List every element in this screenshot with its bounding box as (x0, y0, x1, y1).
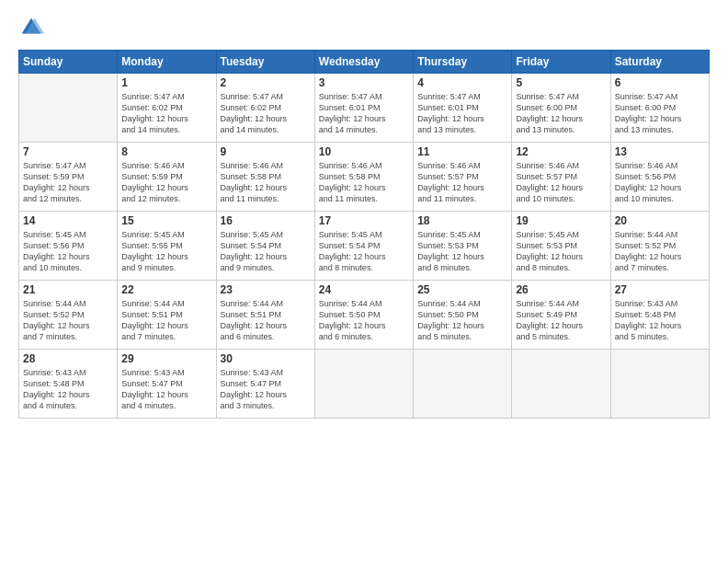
calendar-cell (19, 74, 118, 143)
day-number: 13 (615, 145, 705, 158)
day-info: Sunrise: 5:44 AMSunset: 5:50 PMDaylight:… (319, 298, 409, 343)
calendar-header-sunday: Sunday (19, 51, 118, 74)
day-number: 20 (615, 214, 705, 227)
day-info: Sunrise: 5:43 AMSunset: 5:47 PMDaylight:… (221, 367, 311, 412)
day-number: 14 (23, 214, 113, 227)
day-number: 2 (221, 76, 311, 89)
day-info: Sunrise: 5:46 AMSunset: 5:56 PMDaylight:… (615, 160, 705, 205)
day-info: Sunrise: 5:44 AMSunset: 5:51 PMDaylight:… (121, 298, 211, 343)
calendar-cell: 15Sunrise: 5:45 AMSunset: 5:55 PMDayligh… (118, 212, 216, 281)
day-info: Sunrise: 5:43 AMSunset: 5:47 PMDaylight:… (121, 367, 211, 412)
day-info: Sunrise: 5:46 AMSunset: 5:58 PMDaylight:… (319, 160, 409, 205)
day-info: Sunrise: 5:46 AMSunset: 5:57 PMDaylight:… (516, 160, 606, 205)
calendar-cell: 5Sunrise: 5:47 AMSunset: 6:00 PMDaylight… (512, 74, 610, 143)
day-number: 19 (516, 214, 606, 227)
calendar-header-friday: Friday (512, 51, 610, 74)
calendar-cell: 10Sunrise: 5:46 AMSunset: 5:58 PMDayligh… (314, 143, 413, 212)
calendar-cell (314, 350, 413, 419)
calendar-header-tuesday: Tuesday (216, 51, 314, 74)
day-number: 22 (121, 283, 211, 296)
calendar-cell: 26Sunrise: 5:44 AMSunset: 5:49 PMDayligh… (512, 281, 610, 350)
day-number: 8 (121, 145, 211, 158)
day-info: Sunrise: 5:46 AMSunset: 5:58 PMDaylight:… (221, 160, 311, 205)
calendar-cell: 28Sunrise: 5:43 AMSunset: 5:48 PMDayligh… (19, 350, 118, 419)
day-info: Sunrise: 5:47 AMSunset: 6:02 PMDaylight:… (121, 91, 211, 136)
calendar-cell: 27Sunrise: 5:43 AMSunset: 5:48 PMDayligh… (610, 281, 709, 350)
day-info: Sunrise: 5:44 AMSunset: 5:50 PMDaylight:… (417, 298, 507, 343)
day-number: 16 (221, 214, 311, 227)
calendar-cell: 20Sunrise: 5:44 AMSunset: 5:52 PMDayligh… (610, 212, 709, 281)
day-info: Sunrise: 5:47 AMSunset: 6:01 PMDaylight:… (319, 91, 409, 136)
day-info: Sunrise: 5:47 AMSunset: 6:01 PMDaylight:… (417, 91, 507, 136)
calendar-week-row: 7Sunrise: 5:47 AMSunset: 5:59 PMDaylight… (19, 143, 710, 212)
day-info: Sunrise: 5:43 AMSunset: 5:48 PMDaylight:… (23, 367, 113, 412)
calendar-cell: 3Sunrise: 5:47 AMSunset: 6:01 PMDaylight… (314, 74, 413, 143)
calendar-cell: 11Sunrise: 5:46 AMSunset: 5:57 PMDayligh… (414, 143, 512, 212)
calendar-week-row: 14Sunrise: 5:45 AMSunset: 5:56 PMDayligh… (19, 212, 710, 281)
day-number: 28 (23, 352, 113, 365)
calendar-header-monday: Monday (118, 51, 216, 74)
calendar-header-saturday: Saturday (610, 51, 709, 74)
day-number: 21 (23, 283, 113, 296)
day-number: 15 (121, 214, 211, 227)
day-number: 5 (516, 76, 606, 89)
day-info: Sunrise: 5:45 AMSunset: 5:55 PMDaylight:… (121, 229, 211, 274)
calendar-table: SundayMondayTuesdayWednesdayThursdayFrid… (18, 50, 710, 419)
day-info: Sunrise: 5:44 AMSunset: 5:52 PMDaylight:… (23, 298, 113, 343)
day-number: 7 (23, 145, 113, 158)
calendar-cell: 7Sunrise: 5:47 AMSunset: 5:59 PMDaylight… (19, 143, 118, 212)
calendar-cell: 13Sunrise: 5:46 AMSunset: 5:56 PMDayligh… (610, 143, 709, 212)
day-number: 3 (319, 76, 409, 89)
day-number: 10 (319, 145, 409, 158)
day-number: 1 (121, 76, 211, 89)
calendar-cell: 18Sunrise: 5:45 AMSunset: 5:53 PMDayligh… (414, 212, 512, 281)
day-info: Sunrise: 5:43 AMSunset: 5:48 PMDaylight:… (615, 298, 705, 343)
calendar-cell: 12Sunrise: 5:46 AMSunset: 5:57 PMDayligh… (512, 143, 610, 212)
day-info: Sunrise: 5:47 AMSunset: 6:00 PMDaylight:… (615, 91, 705, 136)
day-number: 12 (516, 145, 606, 158)
calendar-header-wednesday: Wednesday (314, 51, 413, 74)
day-number: 11 (417, 145, 507, 158)
day-number: 24 (319, 283, 409, 296)
day-info: Sunrise: 5:44 AMSunset: 5:49 PMDaylight:… (516, 298, 606, 343)
page: SundayMondayTuesdayWednesdayThursdayFrid… (0, 0, 728, 563)
calendar-cell: 8Sunrise: 5:46 AMSunset: 5:59 PMDaylight… (118, 143, 216, 212)
calendar-cell: 4Sunrise: 5:47 AMSunset: 6:01 PMDaylight… (414, 74, 512, 143)
header (18, 15, 710, 40)
calendar-cell: 21Sunrise: 5:44 AMSunset: 5:52 PMDayligh… (19, 281, 118, 350)
calendar-cell: 24Sunrise: 5:44 AMSunset: 5:50 PMDayligh… (314, 281, 413, 350)
day-info: Sunrise: 5:44 AMSunset: 5:51 PMDaylight:… (221, 298, 311, 343)
calendar-cell: 1Sunrise: 5:47 AMSunset: 6:02 PMDaylight… (118, 74, 216, 143)
calendar-cell: 23Sunrise: 5:44 AMSunset: 5:51 PMDayligh… (216, 281, 314, 350)
calendar-cell: 19Sunrise: 5:45 AMSunset: 5:53 PMDayligh… (512, 212, 610, 281)
calendar-cell: 16Sunrise: 5:45 AMSunset: 5:54 PMDayligh… (216, 212, 314, 281)
day-number: 9 (221, 145, 311, 158)
day-number: 30 (221, 352, 311, 365)
calendar-cell: 29Sunrise: 5:43 AMSunset: 5:47 PMDayligh… (118, 350, 216, 419)
day-number: 26 (516, 283, 606, 296)
logo-icon (18, 15, 44, 40)
day-number: 17 (319, 214, 409, 227)
calendar-cell (512, 350, 610, 419)
calendar-week-row: 28Sunrise: 5:43 AMSunset: 5:48 PMDayligh… (19, 350, 710, 419)
day-info: Sunrise: 5:45 AMSunset: 5:53 PMDaylight:… (417, 229, 507, 274)
day-number: 4 (417, 76, 507, 89)
day-number: 29 (121, 352, 211, 365)
day-info: Sunrise: 5:47 AMSunset: 6:00 PMDaylight:… (516, 91, 606, 136)
calendar-cell: 2Sunrise: 5:47 AMSunset: 6:02 PMDaylight… (216, 74, 314, 143)
calendar-week-row: 21Sunrise: 5:44 AMSunset: 5:52 PMDayligh… (19, 281, 710, 350)
calendar-cell (414, 350, 512, 419)
day-info: Sunrise: 5:45 AMSunset: 5:53 PMDaylight:… (516, 229, 606, 274)
calendar-cell: 22Sunrise: 5:44 AMSunset: 5:51 PMDayligh… (118, 281, 216, 350)
day-number: 18 (417, 214, 507, 227)
day-number: 6 (615, 76, 705, 89)
day-number: 23 (221, 283, 311, 296)
calendar-cell (610, 350, 709, 419)
day-info: Sunrise: 5:47 AMSunset: 6:02 PMDaylight:… (221, 91, 311, 136)
day-info: Sunrise: 5:45 AMSunset: 5:56 PMDaylight:… (23, 229, 113, 274)
logo (18, 15, 44, 40)
calendar-cell: 9Sunrise: 5:46 AMSunset: 5:58 PMDaylight… (216, 143, 314, 212)
calendar-week-row: 1Sunrise: 5:47 AMSunset: 6:02 PMDaylight… (19, 74, 710, 143)
day-number: 27 (615, 283, 705, 296)
calendar-header-thursday: Thursday (414, 51, 512, 74)
